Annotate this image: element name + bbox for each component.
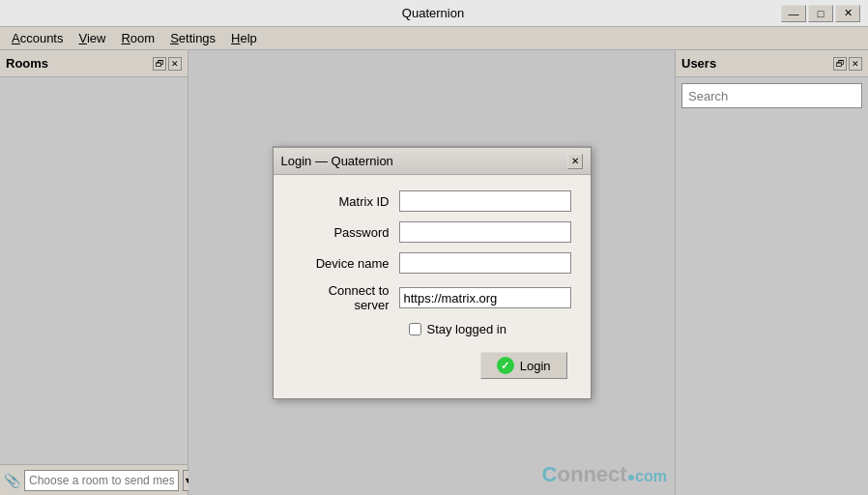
menu-room[interactable]: Room — [113, 29, 162, 47]
matrix-id-input[interactable] — [399, 190, 571, 212]
dialog-title: Login — Quaternion — [281, 154, 393, 168]
app-title: Quaternion — [85, 6, 781, 20]
dialog-titlebar: Login — Quaternion ✕ — [274, 148, 591, 175]
dialog-content: Matrix ID Password Device name — [274, 175, 591, 398]
button-row: ✓ Login — [293, 352, 571, 379]
device-name-input[interactable] — [399, 252, 571, 274]
login-button[interactable]: ✓ Login — [480, 352, 567, 379]
menu-accounts[interactable]: Accounts — [4, 29, 71, 47]
device-name-row: Device name — [293, 252, 571, 274]
menu-view[interactable]: View — [71, 29, 113, 47]
rooms-close-button[interactable]: ✕ — [168, 57, 182, 71]
stay-logged-in-label: Stay logged in — [427, 322, 506, 336]
dialog-close-button[interactable]: ✕ — [567, 154, 583, 169]
menu-settings[interactable]: Settings — [162, 29, 223, 47]
server-label: Connect to server — [293, 283, 399, 312]
users-panel-title: Users — [681, 56, 716, 71]
rooms-panel-buttons: 🗗 ✕ — [153, 57, 182, 71]
users-close-button[interactable]: ✕ — [849, 57, 862, 71]
stay-logged-in-row: Stay logged in — [293, 322, 571, 336]
users-search-input[interactable] — [681, 83, 862, 108]
center-panel: Login — Quaternion ✕ Matrix ID Password — [188, 50, 675, 495]
login-check-icon: ✓ — [497, 357, 514, 374]
titlebar-controls: — □ ✕ — [781, 5, 860, 22]
password-label: Password — [293, 225, 399, 240]
login-button-label: Login — [520, 359, 551, 373]
login-dialog: Login — Quaternion ✕ Matrix ID Password — [273, 146, 592, 399]
menubar: Accounts View Room Settings Help — [0, 27, 868, 50]
maximize-button[interactable]: □ — [808, 5, 833, 22]
rooms-input[interactable] — [24, 470, 179, 491]
attachment-icon[interactable]: 📎 — [4, 473, 20, 488]
titlebar: Quaternion — □ ✕ — [0, 0, 868, 27]
rooms-panel: Rooms 🗗 ✕ 📎 ▼ — [0, 50, 188, 495]
rooms-content — [0, 77, 188, 464]
users-panel-buttons: 🗗 ✕ — [833, 57, 862, 71]
password-input[interactable] — [399, 221, 571, 243]
users-panel: Users 🗗 ✕ — [675, 50, 868, 495]
matrix-id-label: Matrix ID — [293, 194, 399, 209]
close-button[interactable]: ✕ — [835, 5, 860, 22]
device-name-label: Device name — [293, 256, 399, 271]
password-row: Password — [293, 221, 571, 243]
rooms-footer: 📎 ▼ — [0, 464, 188, 495]
server-input[interactable] — [399, 287, 571, 308]
rooms-panel-header: Rooms 🗗 ✕ — [0, 50, 188, 77]
matrix-id-row: Matrix ID — [293, 190, 571, 212]
stay-logged-in-checkbox[interactable] — [409, 323, 421, 335]
rooms-float-button[interactable]: 🗗 — [153, 57, 166, 71]
server-row: Connect to server — [293, 283, 571, 312]
rooms-panel-title: Rooms — [6, 56, 48, 71]
menu-help[interactable]: Help — [223, 29, 265, 47]
users-panel-header: Users 🗗 ✕ — [676, 50, 868, 77]
modal-overlay: Login — Quaternion ✕ Matrix ID Password — [188, 50, 675, 495]
minimize-button[interactable]: — — [781, 5, 806, 22]
main-layout: Rooms 🗗 ✕ 📎 ▼ Login — Quaternion ✕ — [0, 50, 868, 495]
users-float-button[interactable]: 🗗 — [833, 57, 847, 71]
